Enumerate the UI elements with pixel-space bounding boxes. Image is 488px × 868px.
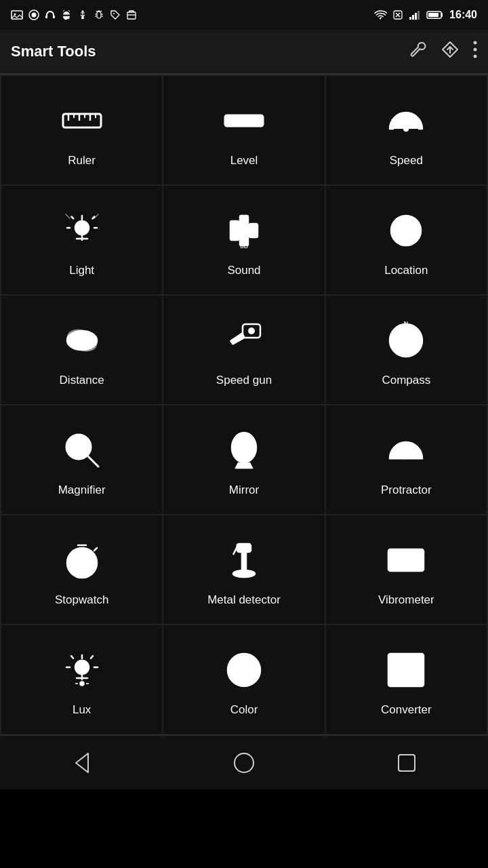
- android-icon: [61, 9, 72, 20]
- image-icon: [11, 9, 23, 20]
- svg-rect-20: [418, 11, 420, 20]
- svg-text:N: N: [404, 320, 409, 327]
- speed-label: Speed: [390, 154, 423, 167]
- svg-rect-46: [230, 221, 239, 240]
- protractor-label: Protractor: [381, 484, 432, 497]
- wrench-icon[interactable]: [408, 40, 427, 63]
- svg-rect-119: [399, 755, 415, 771]
- svg-rect-18: [412, 15, 414, 20]
- svg-point-75: [232, 433, 256, 462]
- mirror-icon: [220, 427, 268, 474]
- stopwatch-item[interactable]: Stopwatch: [1, 515, 162, 624]
- svg-rect-91: [242, 549, 246, 574]
- svg-point-88: [80, 561, 83, 565]
- compass-item[interactable]: N Compass: [326, 296, 487, 404]
- lux-item[interactable]: Lux: [1, 625, 162, 734]
- svg-point-39: [404, 127, 408, 131]
- record-icon: [28, 9, 39, 20]
- color-icon: [220, 646, 268, 694]
- mirror-label: Mirror: [229, 484, 259, 497]
- wifi-icon: [373, 9, 387, 20]
- ruler-item[interactable]: Ruler: [1, 76, 162, 184]
- stopwatch-label: Stopwatch: [55, 593, 108, 607]
- back-button[interactable]: [61, 743, 102, 783]
- svg-rect-19: [415, 13, 417, 20]
- tools-grid: Ruler Level Spee: [0, 75, 488, 735]
- color-item[interactable]: Color: [163, 625, 324, 734]
- level-item[interactable]: Level: [163, 76, 324, 184]
- home-button[interactable]: [224, 743, 264, 783]
- vibrometer-item[interactable]: Vibrometer: [326, 515, 487, 624]
- compass-label: Compass: [382, 374, 430, 387]
- svg-rect-47: [240, 216, 248, 245]
- distance-label: Distance: [60, 374, 104, 387]
- light-icon: [58, 207, 106, 254]
- svg-point-9: [98, 10, 100, 12]
- svg-rect-48: [249, 224, 258, 237]
- directions-icon[interactable]: [441, 40, 460, 63]
- speed-gun-label: Speed gun: [216, 374, 272, 387]
- usb-icon: [77, 9, 88, 20]
- location-label: Location: [384, 264, 428, 277]
- light-item[interactable]: Light: [1, 186, 162, 294]
- lux-label: Lux: [73, 703, 91, 717]
- light-label: Light: [69, 264, 94, 277]
- ruler-label: Ruler: [68, 154, 96, 167]
- converter-item[interactable]: kg lb m ft MB TB Converter: [326, 625, 487, 734]
- distance-item[interactable]: Distance: [1, 296, 162, 404]
- svg-rect-22: [428, 13, 439, 17]
- speed-gun-item[interactable]: Speed gun: [163, 296, 324, 404]
- svg-line-81: [402, 442, 403, 445]
- svg-line-82: [409, 442, 410, 445]
- vibrometer-icon: [382, 536, 430, 584]
- sound-item[interactable]: dB Sound: [163, 186, 324, 294]
- recents-button[interactable]: [386, 743, 427, 783]
- sound-label: Sound: [227, 264, 260, 277]
- svg-line-7: [68, 10, 70, 12]
- svg-text:dB: dB: [240, 242, 249, 250]
- svg-point-62: [249, 328, 254, 334]
- svg-text:MB: MB: [393, 669, 401, 674]
- bug-icon: [94, 9, 104, 20]
- compass-icon: N: [382, 317, 430, 364]
- magnifier-item[interactable]: Magnifier: [1, 406, 162, 514]
- svg-point-51: [402, 226, 410, 235]
- metal-detector-item[interactable]: Metal detector: [163, 515, 324, 624]
- vibrometer-label: Vibrometer: [378, 593, 434, 607]
- distance-icon: [58, 317, 106, 364]
- sound-icon: dB: [220, 207, 268, 254]
- svg-rect-5: [53, 16, 55, 18]
- location-item[interactable]: Location: [326, 186, 487, 294]
- svg-line-6: [63, 10, 64, 12]
- headset-icon: [45, 9, 56, 20]
- magnifier-icon: [58, 427, 106, 474]
- battery-icon: [426, 10, 444, 20]
- svg-point-26: [474, 48, 477, 52]
- tag-icon: [110, 9, 121, 20]
- status-left-icons: [11, 9, 137, 20]
- more-icon[interactable]: [473, 41, 477, 62]
- svg-point-36: [240, 117, 248, 125]
- svg-rect-17: [409, 17, 411, 20]
- speed-gun-icon: [220, 317, 268, 364]
- bottom-nav: [0, 735, 488, 789]
- metal-detector-icon: [220, 536, 268, 584]
- box-icon: [126, 9, 137, 20]
- svg-point-65: [404, 338, 408, 342]
- svg-point-45: [75, 221, 89, 235]
- svg-rect-4: [45, 16, 47, 18]
- speed-icon: [382, 97, 430, 144]
- status-right-icons: 16:40: [373, 9, 477, 21]
- color-label: Color: [230, 703, 258, 717]
- svg-text:m: m: [409, 658, 413, 663]
- mirror-item[interactable]: Mirror: [163, 406, 324, 514]
- lux-icon: [58, 646, 106, 694]
- svg-rect-8: [81, 17, 84, 19]
- protractor-item[interactable]: Protractor: [326, 406, 487, 514]
- metal-detector-label: Metal detector: [207, 593, 281, 607]
- no-sim-icon: [392, 9, 403, 20]
- converter-icon: kg lb m ft MB TB: [382, 646, 430, 694]
- svg-point-3: [32, 13, 37, 18]
- speed-item[interactable]: Speed: [326, 76, 487, 184]
- magnifier-label: Magnifier: [58, 484, 106, 497]
